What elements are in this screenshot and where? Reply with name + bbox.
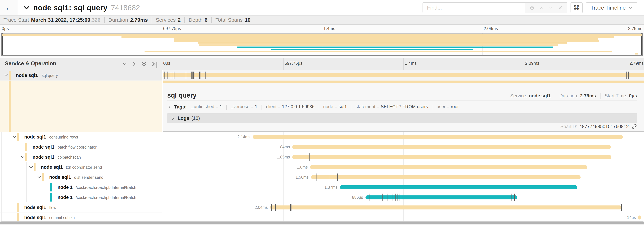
prev-result-icon[interactable] bbox=[539, 5, 544, 11]
span-bar[interactable] bbox=[638, 215, 641, 219]
log-marker-tick bbox=[194, 72, 194, 79]
collapse-trace-chevron-icon[interactable] bbox=[22, 4, 30, 12]
trace-timeline-page: ← node sql1: sql query 7418682 ⌘ bbox=[0, 0, 644, 226]
span-bar[interactable] bbox=[340, 185, 577, 189]
chevron-down-icon[interactable] bbox=[4, 73, 9, 78]
tree-cell[interactable]: node sql1colbatchscan bbox=[0, 152, 162, 162]
operation-name: batch flow coordinator bbox=[58, 145, 96, 149]
span-row[interactable]: node 1/cockroach.roachpb.Internal/Batch8… bbox=[0, 192, 644, 202]
back-button[interactable]: ← bbox=[0, 0, 18, 15]
deep-link-icon[interactable] bbox=[632, 124, 637, 129]
span-bar-cell[interactable]: 2.14ms bbox=[163, 132, 644, 142]
span-bar-cell[interactable]: 1.6ms bbox=[163, 162, 644, 172]
keyboard-shortcuts-button[interactable]: ⌘ bbox=[570, 2, 583, 13]
log-marker-tick bbox=[328, 174, 329, 181]
expand-one-icon[interactable] bbox=[131, 61, 138, 67]
log-marker-tick bbox=[395, 194, 396, 201]
detail-starttime-value: 0μs bbox=[629, 93, 637, 99]
trace-summary-bar: Trace Start March 31 2022, 17:25:09 .326… bbox=[0, 16, 644, 25]
span-bar-cell[interactable]: 1.37ms bbox=[163, 182, 644, 192]
trace-minimap: 0μs 697.75μs 1.4ms 2.09ms 2.79ms bbox=[0, 25, 644, 58]
span-row[interactable]: node sql1batch flow coordinator1.84ms bbox=[0, 142, 644, 152]
span-row[interactable]: node sql1flow2.04ms bbox=[0, 202, 644, 212]
panel-splitter[interactable] bbox=[162, 70, 162, 221]
tree-cell-sql-query[interactable]: node sql1 sql query bbox=[0, 70, 162, 81]
span-row[interactable]: node sql1dist sender send1.56ms bbox=[0, 172, 644, 182]
log-marker-tick bbox=[399, 194, 400, 201]
axis-tick-label: 0μs bbox=[2, 26, 9, 31]
tree-cell[interactable]: node sql1flow bbox=[0, 202, 162, 212]
span-bar-cell[interactable]: 886μs bbox=[163, 192, 644, 202]
span-row[interactable]: node 1/cockroach.roachpb.Internal/Batch1… bbox=[0, 182, 644, 192]
tree-indent-guide bbox=[2, 172, 2, 182]
axis-tick-label: 1.4ms bbox=[324, 26, 335, 31]
view-selector-button[interactable]: Trace Timeline bbox=[586, 2, 638, 13]
collapse-one-icon[interactable] bbox=[121, 61, 128, 67]
next-result-icon[interactable] bbox=[548, 5, 554, 11]
tree-indent-guide bbox=[26, 162, 27, 172]
tree-cell[interactable]: node 1/cockroach.roachpb.Internal/Batch bbox=[0, 192, 162, 202]
tree-cell[interactable]: node sql1commit sql txn bbox=[0, 212, 162, 221]
chevron-down-icon[interactable] bbox=[28, 164, 34, 170]
log-marker-tick bbox=[186, 72, 186, 79]
span-bar[interactable] bbox=[270, 205, 621, 209]
clear-find-icon[interactable] bbox=[558, 5, 563, 11]
span-bar[interactable] bbox=[311, 175, 580, 179]
span-bar[interactable] bbox=[253, 135, 623, 139]
chevron-down-icon[interactable] bbox=[12, 134, 17, 140]
find-input[interactable] bbox=[423, 3, 525, 13]
span-bar[interactable] bbox=[163, 73, 644, 77]
span-bar-cell[interactable]: 1.85ms bbox=[163, 152, 644, 162]
span-row[interactable]: node sql1commit sql txn14μs bbox=[0, 212, 644, 221]
tree-cell[interactable]: node sql1dist sender send bbox=[0, 172, 162, 182]
tree-cell[interactable]: node sql1batch flow coordinator bbox=[0, 142, 162, 152]
viewport-scrubber-right-handle[interactable] bbox=[642, 34, 642, 55]
panel-resize-handle[interactable] bbox=[156, 62, 160, 68]
horizontal-scrollbar-thumb[interactable] bbox=[0, 221, 644, 224]
tree-cell[interactable]: node 1/cockroach.roachpb.Internal/Batch bbox=[0, 182, 162, 192]
span-bar[interactable] bbox=[292, 155, 611, 159]
operation-name: consuming rows bbox=[49, 135, 78, 139]
span-bar-cell[interactable]: 2.04ms bbox=[163, 202, 644, 212]
span-bar[interactable] bbox=[292, 145, 611, 149]
span-bar[interactable] bbox=[310, 165, 587, 169]
tree-cell[interactable]: node sql1consuming rows bbox=[0, 132, 162, 142]
collapse-all-icon[interactable] bbox=[141, 61, 147, 67]
span-row[interactable]: node sql1colbatchscan1.85ms bbox=[0, 152, 644, 162]
page-header: ← node sql1: sql query 7418682 ⌘ bbox=[0, 0, 644, 16]
span-bar-cell[interactable]: 1.56ms bbox=[163, 172, 644, 182]
spanid-label: SpanID: bbox=[560, 124, 577, 129]
span-row[interactable]: node sql1consuming rows2.14ms bbox=[0, 132, 644, 142]
tag-key: _verbose bbox=[231, 104, 250, 109]
match-target-icon[interactable] bbox=[529, 5, 535, 11]
root-span-bar-cell[interactable] bbox=[163, 70, 644, 81]
span-bar[interactable] bbox=[366, 195, 517, 199]
span-row-root[interactable]: node sql1 sql query bbox=[0, 70, 644, 81]
tree-cell[interactable]: node sql1txn coordinator send bbox=[0, 162, 162, 172]
span-bar-cell[interactable]: 1.84ms bbox=[163, 142, 644, 152]
trace-start-value: March 31 2022, 17:25:09 bbox=[31, 17, 90, 23]
tree-indent-guide bbox=[18, 162, 18, 172]
span-duration-label: 14μs bbox=[606, 215, 636, 220]
logs-count: (18) bbox=[191, 115, 200, 121]
tags-accordion-toggle[interactable]: Tags: _unfinished=1_verbose=1client=127.… bbox=[167, 102, 637, 112]
axis-tick-label: 2.79ms bbox=[630, 61, 644, 66]
tree-indent-guide bbox=[43, 182, 43, 192]
expand-all-icon[interactable] bbox=[150, 61, 157, 67]
span-bar-cell[interactable]: 14μs bbox=[163, 212, 644, 221]
depth-label: Depth bbox=[188, 17, 202, 23]
tree-indent-guide bbox=[10, 172, 10, 182]
span-row[interactable]: node sql1txn coordinator send1.6ms bbox=[0, 162, 644, 172]
tag-value: 1 bbox=[220, 104, 222, 109]
minimap-span-bar bbox=[635, 53, 638, 55]
trace-start-label: Trace Start bbox=[4, 17, 29, 23]
detail-span-bar bbox=[163, 81, 644, 83]
chevron-down-icon[interactable] bbox=[20, 154, 25, 160]
viewport-scrubber-left-handle[interactable] bbox=[2, 34, 2, 55]
tag-key: node bbox=[323, 104, 333, 109]
tree-indent-guide bbox=[10, 212, 10, 221]
span-duration-label: 1.6ms bbox=[278, 165, 308, 170]
logs-accordion-toggle[interactable]: Logs (18) bbox=[167, 113, 637, 123]
minimap-canvas[interactable] bbox=[2, 33, 642, 56]
chevron-down-icon[interactable] bbox=[37, 175, 42, 180]
